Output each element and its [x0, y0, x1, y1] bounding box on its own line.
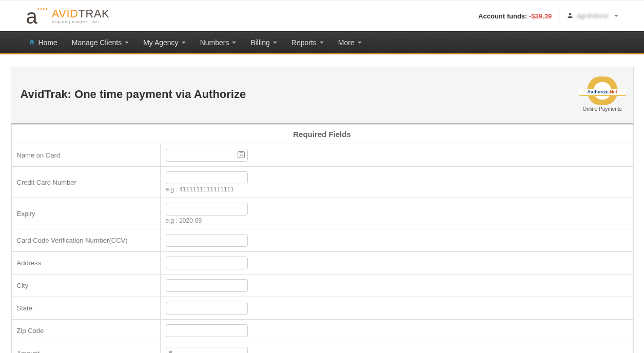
label-cc: Credit Card Number — [11, 167, 160, 198]
divider — [559, 9, 559, 23]
chevron-down-icon — [320, 42, 324, 44]
chevron-down-icon — [273, 42, 277, 44]
ccv-input[interactable] — [166, 234, 248, 247]
user-icon — [567, 12, 574, 21]
user-name: agrdubvsr — [577, 12, 609, 19]
label-zip: Zip Code — [11, 320, 160, 342]
panel-header: AvidTrak: One time payment via Authorize… — [11, 67, 633, 124]
row-zip: Zip Code — [11, 320, 633, 342]
hint-cc: e.g : 4111111111111111 — [166, 186, 628, 193]
home-icon — [28, 38, 35, 47]
label-city: City — [11, 274, 160, 297]
payment-form: Required Fields Name on Card ☰ Credit Ca… — [11, 124, 633, 353]
row-state: State — [11, 297, 633, 320]
svg-point-0 — [569, 13, 572, 15]
chevron-down-icon — [182, 42, 186, 44]
expiry-input[interactable] — [166, 203, 248, 215]
address-input[interactable] — [166, 257, 248, 269]
logo-dots-icon: •••• — [37, 6, 49, 12]
name-on-card-input[interactable] — [166, 149, 248, 162]
credit-card-input[interactable] — [166, 171, 248, 184]
nav-my-agency[interactable]: My Agency — [136, 32, 192, 53]
seal-badge-icon: Authorize.Net — [581, 76, 624, 105]
nav-manage-clients[interactable]: Manage Clients — [65, 32, 136, 53]
city-input[interactable] — [166, 279, 248, 292]
nav-reports[interactable]: Reports — [284, 32, 331, 53]
chevron-down-icon — [614, 15, 618, 17]
row-cc: Credit Card Number e.g : 411111111111111… — [11, 167, 633, 198]
main-nav: Home Manage Clients My Agency Numbers Bi… — [0, 31, 644, 54]
row-ccv: Card Code Verification Number(CCV) — [11, 229, 633, 252]
chevron-down-icon — [125, 42, 129, 44]
page-title: AvidTrak: One time payment via Authorize — [21, 88, 246, 101]
label-amount: Amount — [11, 342, 160, 354]
label-expiry: Expiry — [11, 198, 160, 229]
authorize-net-seal[interactable]: Authorize.Net Online Payments — [581, 76, 624, 112]
row-city: City — [11, 274, 633, 297]
row-name: Name on Card ☰ — [11, 144, 633, 167]
user-menu[interactable]: agrdubvsr — [567, 12, 618, 21]
funds-amount: -$39.39 — [529, 12, 552, 20]
chevron-down-icon — [358, 42, 362, 44]
amount-input[interactable] — [166, 347, 248, 353]
row-expiry: Expiry e.g : 2020-09 — [11, 198, 633, 229]
nav-numbers[interactable]: Numbers — [193, 32, 244, 53]
row-amount: Amount — [11, 342, 633, 354]
nav-more[interactable]: More — [331, 32, 369, 53]
autofill-icon[interactable]: ☰ — [238, 151, 245, 158]
logo-mark: a — [26, 5, 36, 28]
logo-tagline: Acquire | Analyze | Act — [52, 20, 109, 24]
funds-label: Account funds: — [478, 12, 529, 20]
label-name: Name on Card — [11, 144, 160, 167]
zip-input[interactable] — [166, 324, 248, 337]
label-ccv: Card Code Verification Number(CCV) — [11, 229, 160, 252]
logo-text: AVIDTRAK — [52, 8, 109, 19]
nav-home-label: Home — [38, 38, 57, 47]
label-state: State — [11, 297, 160, 320]
nav-billing[interactable]: Billing — [243, 32, 284, 53]
nav-home[interactable]: Home — [21, 32, 65, 53]
chevron-down-icon — [232, 42, 236, 44]
hint-expiry: e.g : 2020-09 — [166, 217, 628, 224]
top-right: Account funds: -$39.39 agrdubvsr — [478, 9, 618, 23]
state-input[interactable] — [166, 302, 248, 315]
seal-caption: Online Payments — [581, 106, 624, 112]
account-funds: Account funds: -$39.39 — [478, 12, 552, 20]
payment-panel: AvidTrak: One time payment via Authorize… — [11, 67, 634, 353]
top-bar: a •••• AVIDTRAK Acquire | Analyze | Act … — [21, 1, 623, 31]
label-address: Address — [11, 252, 160, 274]
section-title: Required Fields — [11, 125, 633, 144]
brand-logo[interactable]: a •••• AVIDTRAK Acquire | Analyze | Act — [26, 5, 110, 28]
row-address: Address — [11, 252, 633, 274]
